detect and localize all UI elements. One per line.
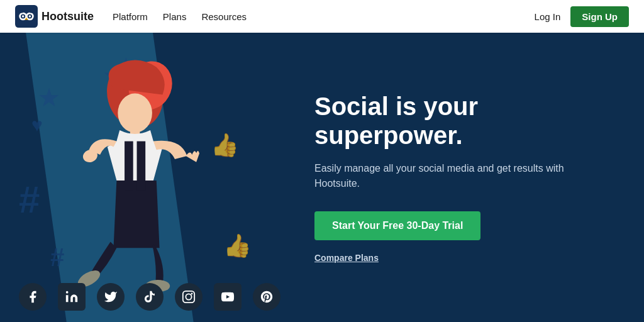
thumbsup-decoration-2: 👍 xyxy=(223,233,252,259)
svg-point-20 xyxy=(66,291,69,294)
youtube-icon[interactable] xyxy=(214,283,242,311)
svg-rect-15 xyxy=(137,142,146,191)
hero-section: ★ ★ # # 👍 👍 ♥ xyxy=(0,33,644,322)
login-button[interactable]: Log In xyxy=(535,11,561,22)
linkedin-icon[interactable] xyxy=(58,283,86,311)
nav-resources[interactable]: Resources xyxy=(201,11,247,22)
hootsuite-logo xyxy=(15,5,38,28)
hero-headline: Social is your superpower. xyxy=(314,92,606,150)
logo-text: Hootsuite xyxy=(42,10,94,23)
facebook-icon[interactable] xyxy=(19,283,47,311)
hero-person-image xyxy=(38,58,214,303)
hero-right-panel: Social is your superpower. Easily manage… xyxy=(289,33,644,322)
svg-point-22 xyxy=(186,294,191,299)
thumbsup-decoration-1: 👍 xyxy=(211,132,239,158)
hero-left-panel: ★ ★ # # 👍 👍 ♥ xyxy=(0,33,289,322)
nav-links: Platform Plans Resources xyxy=(113,11,535,22)
navbar: Hootsuite Platform Plans Resources Log I… xyxy=(0,0,644,33)
svg-point-12 xyxy=(118,94,152,133)
svg-rect-14 xyxy=(125,142,133,191)
nav-plans[interactable]: Plans xyxy=(163,11,187,22)
compare-plans-link[interactable]: Compare Plans xyxy=(314,253,606,263)
signup-button[interactable]: Sign Up xyxy=(570,6,629,27)
svg-point-23 xyxy=(191,293,193,295)
svg-rect-21 xyxy=(183,291,194,303)
nav-right: Log In Sign Up xyxy=(535,6,629,27)
pinterest-icon[interactable] xyxy=(253,283,280,311)
svg-point-6 xyxy=(29,15,31,18)
nav-platform[interactable]: Platform xyxy=(113,11,148,22)
instagram-icon[interactable] xyxy=(175,283,203,311)
logo-area[interactable]: Hootsuite xyxy=(15,5,94,28)
svg-rect-19 xyxy=(66,295,69,302)
cta-trial-button[interactable]: Start Your Free 30-Day Trial xyxy=(314,211,480,240)
hashtag-decoration-1: # xyxy=(19,178,40,221)
social-icons-bar xyxy=(19,283,280,311)
twitter-icon[interactable] xyxy=(97,283,125,311)
svg-point-5 xyxy=(22,15,25,18)
tiktok-icon[interactable] xyxy=(136,283,164,311)
hero-subtext: Easily manage all your social media and … xyxy=(314,161,606,191)
